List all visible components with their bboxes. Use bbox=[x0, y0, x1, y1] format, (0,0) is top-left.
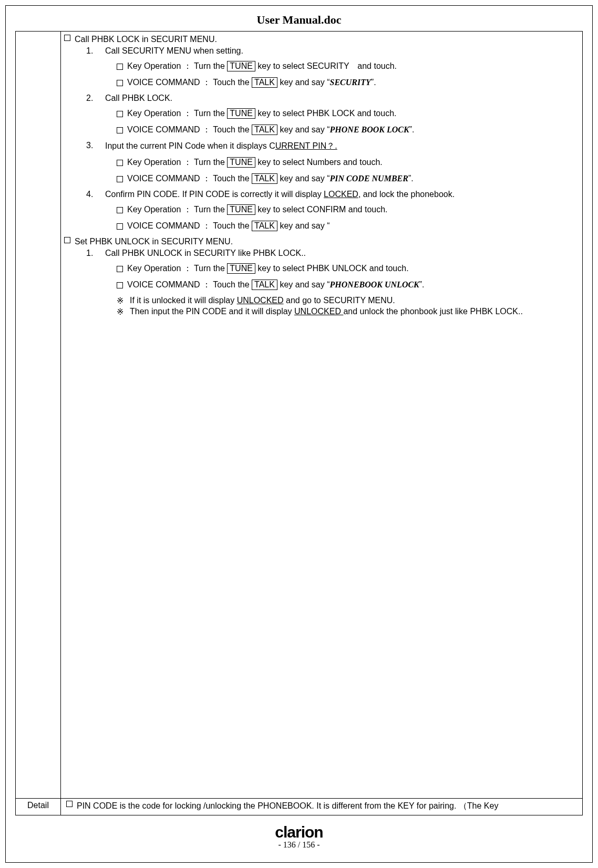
step4-keyop: Key Operation ： Turn the TUNE key to sel… bbox=[117, 204, 577, 215]
note-text: Then input the PIN CODE and it will disp… bbox=[130, 307, 523, 317]
voice-text: VOICE COMMAND ： Touch the TALK key and s… bbox=[127, 77, 376, 88]
voice-text: VOICE COMMAND ： Touch the TALK key and s… bbox=[127, 173, 414, 184]
talk-key: TALK bbox=[252, 221, 277, 231]
note-text: If it is unlocked it will display UNLOCK… bbox=[130, 296, 395, 306]
checkbox-icon bbox=[117, 160, 123, 166]
checkbox-icon bbox=[117, 127, 123, 133]
detail-label-cell: Detail bbox=[16, 799, 61, 815]
keyop-text: Key Operation ： Turn the TUNE key to sel… bbox=[127, 108, 396, 119]
keyop-text: Key Operation ： Turn the TUNE key to sel… bbox=[127, 204, 388, 215]
step-number: 1. bbox=[86, 249, 105, 258]
checkbox-icon bbox=[117, 64, 123, 70]
note-1: ※ If it is unlocked it will display UNLO… bbox=[117, 296, 577, 306]
checkbox-icon bbox=[66, 801, 73, 807]
page-frame: User Manual.doc Call PHBK LOCK in SECURI… bbox=[5, 5, 593, 863]
checkbox-icon bbox=[117, 266, 123, 272]
voice-text: VOICE COMMAND ： Touch the TALK key and s… bbox=[127, 221, 330, 232]
step-text: Confirm PIN CODE. If PIN CODE is correct… bbox=[105, 190, 455, 199]
step-3: 3. Input the current PIN Code when it di… bbox=[86, 141, 577, 152]
step1-keyop: Key Operation ： Turn the TUNE key to sel… bbox=[117, 61, 577, 72]
detail-content-cell: PIN CODE is the code for locking /unlock… bbox=[61, 799, 583, 815]
section2-step-1: 1. Call PHBK UNLOCK in SECURITY like PHB… bbox=[86, 249, 577, 258]
document-title: User Manual.doc bbox=[15, 13, 583, 27]
step2-keyop: Key Operation ： Turn the TUNE key to sel… bbox=[117, 108, 577, 119]
talk-key: TALK bbox=[252, 77, 277, 88]
talk-key: TALK bbox=[252, 280, 277, 290]
tune-key: TUNE bbox=[227, 108, 255, 119]
voice-command: SECURITY bbox=[330, 78, 371, 87]
step3-voice: VOICE COMMAND ： Touch the TALK key and s… bbox=[117, 173, 577, 184]
note-2: ※ Then input the PIN CODE and it will di… bbox=[117, 307, 577, 317]
step-number: 4. bbox=[86, 190, 105, 199]
left-margin-cell bbox=[16, 32, 61, 799]
keyop-text: Key Operation ： Turn the TUNE key to sel… bbox=[127, 61, 397, 72]
detail-label: Detail bbox=[27, 801, 49, 810]
step-number: 3. bbox=[86, 141, 105, 152]
step3-keyop: Key Operation ： Turn the TUNE key to sel… bbox=[117, 157, 577, 168]
keyop-text: Key Operation ： Turn the TUNE key to sel… bbox=[127, 157, 383, 168]
checkbox-icon bbox=[117, 282, 123, 288]
step-1: 1. Call SECURITY MENU when setting. bbox=[86, 46, 577, 56]
step-text: Call SECURITY MENU when setting. bbox=[105, 46, 243, 56]
checkbox-icon bbox=[64, 35, 70, 41]
step2-voice: VOICE COMMAND ： Touch the TALK key and s… bbox=[117, 125, 577, 136]
step-text: Call PHBK UNLOCK in SECURITY like PHBK L… bbox=[105, 249, 306, 258]
voice-command: PIN CODE NUMBER bbox=[330, 174, 408, 183]
checkbox-icon bbox=[117, 223, 123, 230]
voice-text: VOICE COMMAND ： Touch the TALK key and s… bbox=[127, 280, 425, 291]
note-mark-icon: ※ bbox=[117, 307, 123, 317]
main-content-cell: Call PHBK LOCK in SECURIT MENU. 1. Call … bbox=[61, 32, 583, 799]
step4-voice: VOICE COMMAND ： Touch the TALK key and s… bbox=[117, 221, 577, 232]
keyop-text: Key Operation ： Turn the TUNE key to sel… bbox=[127, 263, 409, 274]
talk-key: TALK bbox=[252, 173, 277, 184]
section1-heading: Call PHBK LOCK in SECURIT MENU. bbox=[75, 35, 217, 44]
step-4: 4. Confirm PIN CODE. If PIN CODE is corr… bbox=[86, 190, 577, 199]
checkbox-icon bbox=[117, 111, 123, 117]
page-number: - 136 / 156 - bbox=[6, 840, 592, 850]
section2-heading: Set PHBK UNLOCK in SECURITY MENU. bbox=[75, 237, 233, 246]
content-table: Call PHBK LOCK in SECURIT MENU. 1. Call … bbox=[15, 31, 583, 815]
clarion-logo: clarion bbox=[6, 823, 592, 841]
section2-voice: VOICE COMMAND ： Touch the TALK key and s… bbox=[117, 280, 577, 291]
section1-heading-row: Call PHBK LOCK in SECURIT MENU. bbox=[64, 35, 577, 44]
step-2: 2. Call PHBK LOCK. bbox=[86, 94, 577, 103]
checkbox-icon bbox=[117, 207, 123, 213]
tune-key: TUNE bbox=[227, 204, 255, 215]
page-footer: clarion - 136 / 156 - bbox=[6, 823, 592, 850]
checkbox-icon bbox=[117, 176, 123, 182]
voice-text: VOICE COMMAND ： Touch the TALK key and s… bbox=[127, 125, 414, 136]
step1-voice: VOICE COMMAND ： Touch the TALK key and s… bbox=[117, 77, 577, 88]
voice-command: PHONE BOOK LOCK bbox=[330, 125, 409, 134]
detail-row: PIN CODE is the code for locking /unlock… bbox=[66, 801, 577, 812]
note-mark-icon: ※ bbox=[117, 296, 123, 306]
checkbox-icon bbox=[117, 80, 123, 86]
section2-keyop: Key Operation ： Turn the TUNE key to sel… bbox=[117, 263, 577, 274]
tune-key: TUNE bbox=[227, 263, 255, 274]
voice-command: PHONEBOOK UNLOCK bbox=[330, 280, 419, 289]
step-text: Call PHBK LOCK. bbox=[105, 94, 172, 103]
detail-text: PIN CODE is the code for locking /unlock… bbox=[77, 801, 577, 812]
step-text: Input the current PIN Code when it displ… bbox=[105, 141, 337, 152]
section2-heading-row: Set PHBK UNLOCK in SECURITY MENU. bbox=[64, 237, 577, 246]
step-number: 2. bbox=[86, 94, 105, 103]
talk-key: TALK bbox=[252, 125, 277, 135]
step-number: 1. bbox=[86, 46, 105, 56]
checkbox-icon bbox=[64, 237, 70, 243]
tune-key: TUNE bbox=[227, 61, 255, 71]
tune-key: TUNE bbox=[227, 157, 255, 168]
